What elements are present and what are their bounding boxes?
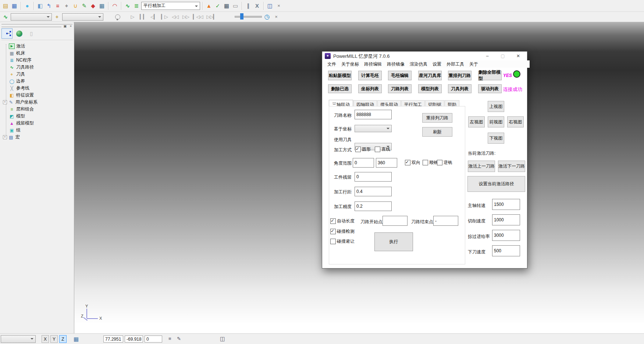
collision-check-checkbox[interactable]: 碰撞检测 [330,228,355,235]
explorer-globe-button[interactable] [14,28,25,39]
toolpath-select[interactable] [11,13,52,21]
menu-about[interactable]: 关于 [467,60,481,68]
cutting-feed-input[interactable]: 1000 [492,214,520,225]
close-toolbar-icon[interactable]: × [275,2,283,10]
menu-path-mirror[interactable]: 路径镜像 [384,60,407,68]
speed-slider-handle[interactable] [240,13,243,20]
toolpath-name-input[interactable]: 888888 [355,110,392,119]
stock-remain-input[interactable]: 0 [355,172,392,182]
angle-from-input[interactable]: 0 [353,158,374,168]
axis-y-button[interactable]: Y [50,335,58,343]
step-back-button[interactable]: ◁▎ [149,14,159,20]
minimize-button[interactable]: – [480,52,495,60]
pause-button[interactable]: ▎▎ [138,14,148,20]
line-mode-checkbox[interactable]: 直线 [375,146,390,152]
bidirectional-checkbox[interactable]: 双向 [405,159,420,166]
expand-plus-icon[interactable] [3,100,7,104]
ruler-icon[interactable]: ▭ [231,2,239,10]
tree-item-tool[interactable]: ⌖刀具 [9,71,25,78]
climb-mill-checkbox[interactable]: 顺铣 [423,159,438,166]
activate-next-toolpath-button[interactable]: 激活下一刀路 [498,161,525,172]
draw-options-icon[interactable]: ✎ [177,336,181,341]
tree-item-toolpath[interactable]: ∿刀具路径 [9,64,34,71]
strategy-preset-dropdown[interactable]: 平行精加工 [141,2,200,10]
tool-list-button[interactable]: 刀具列表 [448,84,472,93]
stock-edit-button[interactable]: 毛坯编辑 [388,71,412,80]
menu-settings[interactable]: 设置 [430,60,444,68]
rearrange-toolpaths-button[interactable]: 重排列刀路 [448,71,472,80]
play-button[interactable]: ▷ [128,14,137,20]
end-point-input[interactable]: - [433,216,458,226]
arc-lead-icon[interactable]: ◠ [111,2,119,10]
view-top-button[interactable]: 上视图 [488,101,504,112]
rapid-move-icon[interactable]: ↰ [45,2,53,10]
statusbar-select[interactable] [1,335,36,343]
dialog-titlebar[interactable]: ✦ PowerMILL 忆梦星河 7.0.6 – ▢ ✕ [322,52,527,61]
plunge-feed-input[interactable]: 500 [492,245,520,256]
tree-item-stock-model[interactable]: ▲残留模型 [9,120,34,127]
menu-file[interactable]: 文件 [325,60,339,68]
tree-item-feature-set[interactable]: ◧特征设置 [9,92,34,99]
pattern-icon[interactable]: ◆ [89,2,97,10]
close-button[interactable]: ✕ [510,52,526,60]
tree-item-machine[interactable]: ▦机床 [9,50,25,57]
feed-rate-icon[interactable]: ≡ [54,2,62,10]
coord-z-field[interactable]: 0 [145,336,162,343]
menu-about-coords[interactable]: 关于坐标 [339,60,362,68]
tool-block-icon[interactable]: ▦ [98,2,106,10]
tool-icon[interactable]: ⌖ [63,2,71,10]
workplane-edit-icon[interactable]: ✎ [80,2,88,10]
model-list-button[interactable]: 模型列表 [418,84,442,93]
explorer-trash-button[interactable]: ▯ [26,28,37,39]
cylinders-icon[interactable]: ◫ [266,2,274,10]
menu-external-tools[interactable]: 外部工具 [444,60,467,68]
axis-x-button[interactable]: X [42,335,49,343]
conventional-mill-checkbox[interactable]: 逆铣 [437,159,452,166]
clock-icon[interactable]: ◷ [263,13,271,21]
tree-item-workplane[interactable]: ✎用户坐标系 [3,99,38,106]
menu-render-sim[interactable]: 渲染仿真 [407,60,430,68]
close-toolbar-icon[interactable]: × [272,13,280,21]
collision-avoid-checkbox[interactable]: 碰撞避让 [330,238,355,245]
maximize-button[interactable]: ▢ [495,52,510,60]
view-bottom-button[interactable]: 下视图 [488,133,504,144]
tree-item-nc-program[interactable]: ≣NC程序 [9,57,31,64]
grid-icon[interactable]: ▦ [74,336,79,343]
tree-item-model[interactable]: ◩模型 [9,113,25,120]
paste-new-model-button[interactable]: 粘贴新模型 [328,71,352,80]
spindle-speed-input[interactable]: 1500 [492,199,520,210]
rearrange-button[interactable]: 重排列刀路 [422,113,452,123]
angle-to-input[interactable]: 360 [376,158,397,168]
toolpath-list-button[interactable]: 刀路列表 [388,84,412,93]
open-project-icon[interactable]: ▤ [1,2,10,10]
tool-select[interactable] [62,13,103,21]
expand-plus-icon[interactable] [3,135,7,139]
tool-library-button[interactable]: 星河刀具库 [418,71,442,80]
verify-icon[interactable]: ✓ [214,2,222,10]
lightbulb-icon[interactable] [115,14,120,20]
tree-item-reference-line[interactable]: ╳参考线 [9,85,29,92]
auto-length-checkbox[interactable]: 自动长度 [330,218,355,224]
compute-stock-button[interactable]: 计算毛坯 [358,71,382,80]
explorer-tree-button[interactable] [1,28,13,39]
shading-icon[interactable]: ● [23,2,31,10]
circle-mode-checkbox[interactable]: 圆形 [355,146,371,152]
execute-button[interactable]: 执行 [374,232,413,251]
tree-item-boundary[interactable]: ◯边界 [9,78,25,85]
set-active-path-button[interactable]: 设置当前激活路径 [467,176,525,192]
tolerance-input[interactable]: 0.2 [355,201,392,211]
to-end-button[interactable]: ▷▷▎ [205,14,218,20]
skim-feed-input[interactable]: 3000 [492,230,520,241]
start-point-input[interactable] [383,216,408,226]
speed-slider-track[interactable] [235,16,262,18]
view-front-button[interactable]: 前视图 [488,116,504,127]
view-left-button[interactable]: 左视图 [468,116,485,127]
tree-item-macro[interactable]: ▤宏 [3,134,20,141]
coord-x-field[interactable]: 77.2951 [103,336,123,343]
view-right-button[interactable]: 右视图 [507,116,524,127]
calculator-icon[interactable]: ▦ [223,2,231,10]
drive-list-button[interactable]: 驱动列表 [478,84,502,93]
swap-tools-icon[interactable]: X [253,2,261,10]
coord-y-field[interactable]: -69.918 [125,336,143,343]
axis-z-button[interactable]: Z [59,335,67,343]
